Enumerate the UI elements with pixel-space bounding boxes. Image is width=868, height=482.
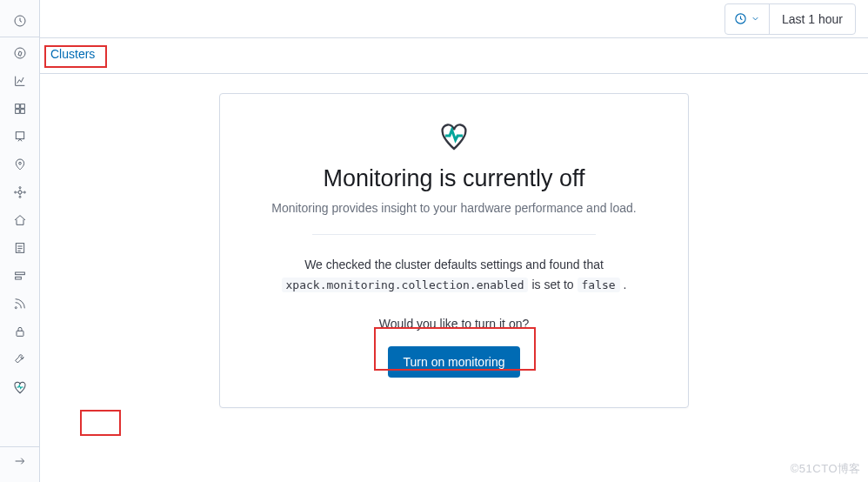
discover-icon[interactable] (6, 39, 34, 67)
divider (312, 234, 596, 235)
svg-point-8 (18, 191, 22, 194)
recent-icon[interactable] (6, 7, 34, 35)
heartbeat-icon (251, 118, 657, 153)
svg-point-10 (19, 196, 21, 197)
setting-key: xpack.monitoring.collection.enabled (282, 278, 529, 292)
svg-point-1 (15, 48, 25, 58)
logs-icon[interactable] (6, 234, 34, 262)
security-icon[interactable] (6, 318, 34, 345)
maps-icon[interactable] (6, 151, 34, 178)
svg-point-7 (18, 162, 21, 164)
panel-body-line2: xpack.monitoring.collection.enabled is s… (251, 276, 657, 294)
body-mid: is set to (531, 278, 577, 291)
time-picker-quick[interactable] (725, 4, 770, 34)
turn-on-monitoring-button[interactable]: Turn on monitoring (388, 346, 521, 378)
svg-rect-2 (15, 104, 19, 109)
uptime-icon[interactable] (6, 290, 34, 318)
collapse-icon[interactable] (6, 447, 34, 475)
monitoring-icon[interactable] (6, 373, 34, 401)
svg-rect-14 (15, 272, 24, 275)
panel-body-line1: We checked the cluster defaults settings… (251, 256, 657, 274)
time-picker[interactable]: Last 1 hour (724, 3, 856, 35)
setting-value: false (578, 278, 620, 292)
svg-point-16 (15, 307, 17, 309)
breadcrumb: Clusters (40, 38, 868, 74)
time-range-label[interactable]: Last 1 hour (770, 4, 855, 34)
visualize-icon[interactable] (6, 67, 34, 95)
svg-rect-5 (20, 110, 24, 114)
watermark: ©51CTO博客 (791, 461, 861, 477)
svg-rect-6 (16, 132, 23, 139)
svg-point-9 (19, 187, 21, 189)
canvas-icon[interactable] (6, 123, 34, 151)
topbar: Last 1 hour (40, 0, 868, 38)
svg-rect-17 (17, 331, 23, 336)
svg-point-11 (14, 191, 16, 193)
panel-heading: Monitoring is currently off (251, 165, 657, 192)
svg-rect-3 (20, 104, 24, 109)
devtools-icon[interactable] (6, 345, 34, 373)
dashboard-icon[interactable] (6, 95, 34, 123)
breadcrumb-clusters[interactable]: Clusters (50, 47, 95, 61)
apm-icon[interactable] (6, 262, 34, 290)
chevron-down-icon (751, 14, 760, 23)
panel-prompt: Would you like to turn it on? (251, 317, 657, 331)
monitoring-off-panel: Monitoring is currently off Monitoring p… (219, 93, 689, 408)
left-sidebar (0, 0, 40, 482)
svg-rect-15 (15, 277, 21, 279)
body-post: . (624, 278, 627, 291)
annotation-box (80, 410, 121, 436)
main-content: Last 1 hour Clusters Monitoring is curre… (40, 0, 868, 482)
svg-point-12 (23, 191, 25, 193)
infrastructure-icon[interactable] (6, 206, 34, 234)
ml-icon[interactable] (6, 178, 34, 206)
panel-subtitle: Monitoring provides insight to your hard… (251, 201, 657, 215)
svg-rect-4 (15, 110, 19, 114)
